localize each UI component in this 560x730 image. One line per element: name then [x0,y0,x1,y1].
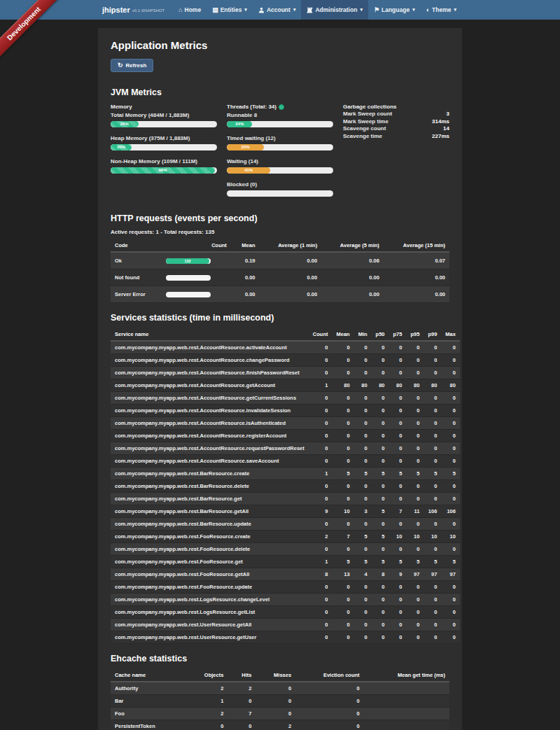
value-cell: 0 [332,430,354,442]
table-row: Bar1000 [111,695,449,708]
gc-label: Mark Sweep count [343,111,392,118]
service-name-cell: com.mycompany.myapp.web.rest.BarResource… [111,468,309,480]
value-cell: 80 [372,379,389,392]
value-cell: 0 [424,480,441,493]
column-header: Objects [186,669,228,682]
value-cell: 0 [354,518,372,531]
value-cell: 80 [441,379,460,392]
value-cell: 2 [255,720,295,730]
top-navbar: jhipster v0.1-SNAPSHOT ⌂Home▤Entities▾Ac… [0,0,560,20]
nav-item-account[interactable]: Account▾ [253,0,302,20]
value-cell: 2 [309,531,332,543]
value-cell: 0 [372,455,389,468]
value-cell: 0.00 [231,286,260,303]
column-header: Code [111,239,162,252]
value-cell: 5 [372,505,389,518]
value-cell: 5 [389,556,407,568]
gc-row: Mark Sweep time314ms [343,118,449,126]
value-cell: 0 [406,417,424,430]
value-cell: 1 [309,379,332,392]
service-name-cell: com.mycompany.myapp.web.rest.UserResourc… [111,619,309,631]
refresh-button[interactable]: ↻ Refresh [111,59,153,72]
value-cell: 0 [389,581,407,594]
value-cell: 0 [441,367,460,379]
value-cell: 106 [424,505,441,518]
column-header: Average (5 min) [321,239,384,252]
progress-bar [166,275,211,281]
thread-dump-icon[interactable] [279,104,284,110]
value-cell: 0 [332,493,354,505]
value-cell [364,682,449,695]
value-cell: 80 [424,379,441,392]
value-cell: 0 [424,442,441,455]
nav-item-home[interactable]: ⌂Home [173,0,206,20]
nav-item-language[interactable]: ⚑Language▾ [368,0,421,20]
value-cell: 80 [389,379,407,392]
column-header: p75 [389,328,407,341]
memory-heading: Memory [111,103,217,111]
table-row: com.mycompany.myapp.web.rest.FooResource… [111,568,460,581]
value-cell: 0 [441,392,460,405]
value-cell: 0 [424,581,441,594]
nav-item-administration[interactable]: Administration▾ [301,0,368,20]
table-row: Server Error0.000.000.000.00 [111,286,449,303]
value-cell: 7 [332,531,354,543]
value-cell: 0 [332,543,354,556]
nav-menu: ⌂Home▤Entities▾Account▾Administration▾⚑L… [173,0,462,20]
http-count-cell: 132 [162,252,231,269]
value-cell: 0 [309,493,332,505]
column-header: Mean get time (ms) [364,669,449,682]
value-cell: 5 [354,468,372,480]
http-requests-title: HTTP requests (events per second) [111,213,449,223]
nav-item-entities[interactable]: ▤Entities▾ [206,0,253,20]
threads-heading: Threads (Total: 34) [227,103,276,111]
table-row: com.mycompany.myapp.web.rest.BarResource… [111,493,460,505]
value-cell: 0 [354,631,372,644]
cache-name-cell: Authority [111,682,186,695]
value-cell: 0 [354,493,372,505]
nav-item-theme[interactable]: ◐Theme▾ [421,0,462,20]
service-name-cell: com.mycompany.myapp.web.rest.AccountReso… [111,442,309,455]
value-cell: 0 [372,518,389,531]
navbar-brand[interactable]: jhipster v0.1-SNAPSHOT [98,0,169,20]
table-row: com.mycompany.myapp.web.rest.AccountReso… [111,442,460,455]
value-cell: 5 [354,531,372,543]
services-statistics-table: Service nameCountMeanMinp50p75p95p99Max … [111,328,460,644]
value-cell: 0 [406,442,424,455]
value-cell: 0 [354,480,372,493]
value-cell: 0 [332,581,354,594]
service-name-cell: com.mycompany.myapp.web.rest.AccountReso… [111,405,309,417]
value-cell: 0 [332,606,354,619]
value-cell: 10 [424,531,441,543]
column-header: p99 [424,328,441,341]
value-cell: 0.00 [231,269,260,286]
http-count-cell [162,269,231,286]
table-row: Authority2200 [111,682,449,695]
table-row: com.mycompany.myapp.web.rest.AccountReso… [111,354,460,367]
page-title: Application Metrics [111,39,449,51]
progress-bar: 26% [111,121,217,127]
value-cell: 0 [389,417,407,430]
tower-icon [307,7,313,13]
value-cell: 0 [332,455,354,468]
service-name-cell: com.mycompany.myapp.web.rest.LogsResourc… [111,606,309,619]
value-cell: 10 [406,531,424,543]
service-name-cell: com.mycompany.myapp.web.rest.AccountReso… [111,430,309,442]
progress-bar: 35% [227,144,333,150]
value-cell: 5 [406,556,424,568]
table-row: com.mycompany.myapp.web.rest.FooResource… [111,531,460,543]
progress-bar: 98% [111,167,217,174]
progress-value: 24% [227,121,252,127]
value-cell: 0 [441,405,460,417]
value-cell: 0 [441,543,460,556]
metric-label: Timed waiting (12) [227,134,333,142]
value-cell: 0 [309,430,332,442]
table-row: com.mycompany.myapp.web.rest.FooResource… [111,556,460,568]
jvm-metrics-section: JVM Metrics Memory Total Memory (484M / … [111,87,449,204]
service-name-cell: com.mycompany.myapp.web.rest.LogsResourc… [111,594,309,606]
nav-item-label: Administration [315,6,357,13]
value-cell: 0 [372,606,389,619]
value-cell: 0 [372,341,389,354]
column-header: Misses [255,669,295,682]
nav-item-label: Theme [432,6,451,13]
